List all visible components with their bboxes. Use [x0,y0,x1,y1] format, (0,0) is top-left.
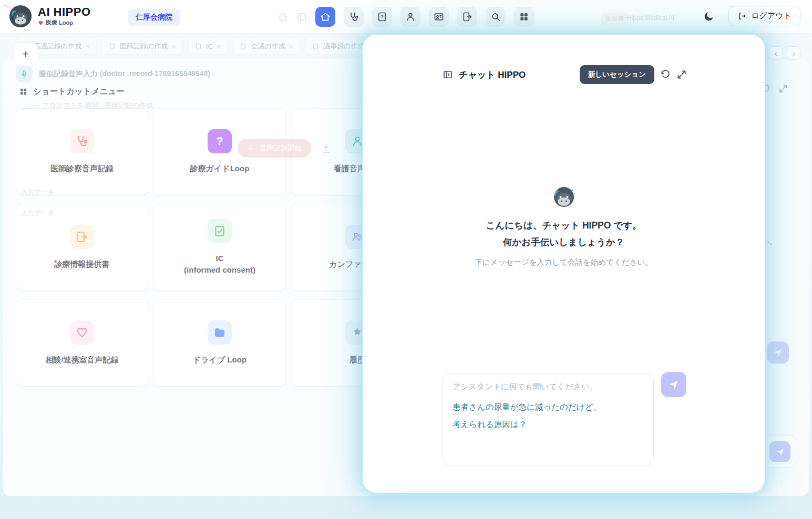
shortcut-menu-title: ショートカットメニュー [33,86,125,97]
search-button[interactable] [486,7,506,27]
send-button-background[interactable] [769,441,790,462]
greeting-line-2: 何かお手伝いしましょうか？ [363,234,765,251]
dark-mode-toggle[interactable] [703,11,715,22]
shortcut-card-doctor-voice-record[interactable]: 医師診察音声記録 [16,108,148,195]
shortcut-card-drive-loop[interactable]: ドライブ Loop [153,299,286,387]
send-button-background[interactable] [767,341,789,364]
typed-line-2: 考えられる原因は？ [453,416,644,433]
panel-ghost-icon [296,12,307,22]
brand-title: AI HIPPO [38,6,91,18]
card-label: 診療情報提供書 [50,258,114,270]
logout-label: ログアウト [751,11,792,21]
apps-button[interactable] [514,7,534,27]
tab-label: 会議の作成 [251,41,285,51]
tab-ic[interactable]: IC× [188,38,228,55]
record-session-row: 擬似記録音声入力 (doctor_record-1769165849548) [16,66,210,82]
medical-loop-icon [38,20,44,26]
tab-label: IC [206,43,213,50]
heart-care-icon [70,320,94,345]
typed-line-1: 患者さんの尿量が急に減ったのだけど、 [453,398,644,416]
chat-input[interactable]: アシスタントに何でも聞いてください。 患者さんの尿量が急に減ったのだけど、 考え… [443,373,654,465]
chat-instruction: 下にメッセージを入力して会話を始めてください。 [363,257,765,267]
card-label: 診療ガイドLoop [186,163,254,174]
card-label: IC(informed consent) [180,253,260,276]
chat-input-placeholder: アシスタントに何でも聞いてください。 [453,382,644,392]
tab-scroll-left-button[interactable]: ‹ [769,46,783,60]
chat-input-typed-text: 患者さんの尿量が急に減ったのだけど、 考えられる原因は？ [453,398,644,433]
panel-controls-fragment [761,84,788,94]
card-label: 医師診察音声記録 [46,163,118,174]
home-button[interactable] [315,7,335,27]
folder-icon [208,320,232,345]
shortcut-menu-header: ショートカットメニュー [19,86,125,97]
chat-header: チャット HIPPO 新しいセッション [443,65,687,84]
tab-label: 看護記録の作成 [34,41,81,51]
tab-bar: 看護記録の作成× 医師記録の作成× IC× 会議の作成× 議事録の作成× [16,38,379,55]
upload-icon [321,144,331,154]
app-header: Hippo AI HIPPO 医療 Loop 仁厚会病院 ? [0,0,812,34]
record-session-title: 擬似記録音声入力 (doctor_record-1769165849548) [39,69,210,79]
expand-icon[interactable] [778,84,788,94]
close-icon[interactable]: × [86,43,90,50]
chat-greeting: こんにちは、チャット HIPPO です。 何かお手伝いしましょうか？ [363,217,765,251]
hippo-logo-icon [8,4,33,28]
expand-icon[interactable] [676,69,687,80]
question-doc-icon: ? [208,129,232,153]
record-start-button-ghost: 音声記録開始 [238,139,311,158]
logout-icon [737,12,746,20]
stethoscope-icon [70,129,94,153]
tab-scroll-controls: ‹ › [769,46,800,60]
stethoscope-button[interactable] [344,7,364,27]
brand-subtitle: 医療 Loop [46,19,73,27]
tab-label: 議事録の作成 [323,41,364,51]
nurse-record-button[interactable] [400,7,420,27]
tab-label: 医師記録の作成 [120,41,168,51]
history-icon[interactable] [660,69,671,80]
new-session-button[interactable]: 新しいセッション [580,65,654,84]
close-icon[interactable]: × [290,43,294,50]
card-label: ドライブ Loop [189,354,251,366]
tab-scroll-right-button[interactable]: › [787,46,800,60]
document-check-icon [208,219,232,243]
care-guide-button[interactable]: ? [372,7,392,27]
shortcut-card-informed-consent[interactable]: IC(informed consent) [153,204,286,291]
chat-title: チャット HIPPO [459,69,526,81]
ghost-admin-badge: 管理者 [601,13,628,25]
document-share-icon [70,225,94,249]
ghost-input-data-label: 入力データ [21,209,54,218]
hippo-avatar [551,184,577,211]
svg-text:?: ? [381,14,384,19]
hospital-badge: 仁厚会病院 [128,9,180,26]
close-icon[interactable]: × [217,43,221,50]
send-button[interactable] [661,372,686,397]
contact-card-button[interactable] [429,7,449,27]
app-logo: AI HIPPO 医療 Loop [8,4,91,28]
header-right-zone: ログアウト [703,6,800,26]
app-window: Hippo AI HIPPO 医療 Loop 仁厚会病院 ? [0,0,812,519]
logout-button[interactable]: ログアウト [728,6,800,26]
ghost-input-data-label: 入力データ [21,188,54,197]
greeting-line-1: こんにちは、チャット HIPPO です。 [363,217,765,234]
add-tab-button[interactable]: + [14,43,38,65]
record-start-label: 音声記録開始 [259,143,302,153]
handover-button[interactable] [457,7,477,27]
panel-toggle-icon[interactable] [443,69,453,80]
chat-hippo-dialog: チャット HIPPO 新しいセッション こんにちは、チャット HIPPO です。… [363,35,765,493]
shortcut-card-consult-voice-record[interactable]: 相談/連携室音声記録 [16,299,148,387]
main-toolbar: ? [277,7,534,27]
tab-doctor-record[interactable]: 医師記録の作成× [102,38,183,55]
home-ghost-icon [277,12,288,22]
card-label: 相談/連携室音声記録 [41,354,122,366]
brand-text: AI HIPPO 医療 Loop [38,6,91,26]
ghost-account-text: Hippo Medical AI [627,14,674,22]
tab-meeting[interactable]: 会議の作成× [233,38,300,55]
record-mic-icon [16,66,33,82]
close-icon[interactable]: × [172,43,176,50]
grid-icon [19,87,28,96]
